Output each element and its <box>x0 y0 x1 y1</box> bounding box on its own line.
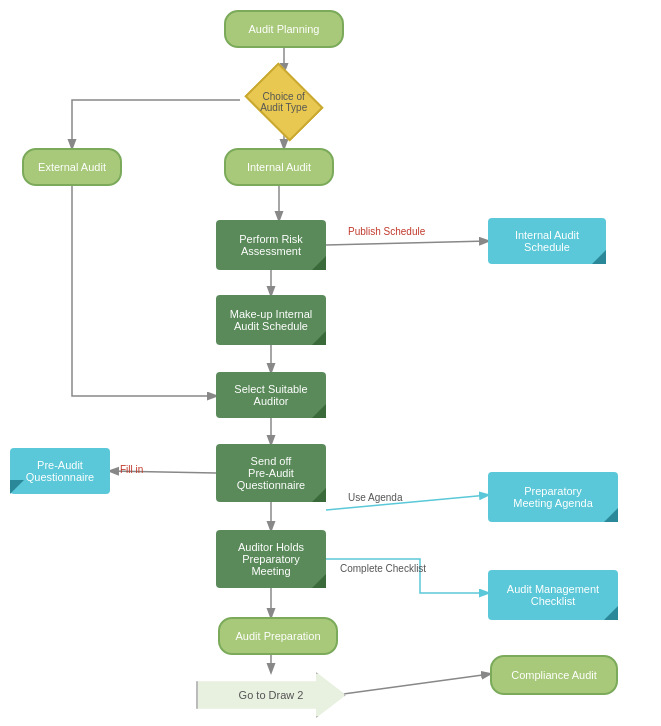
audit-mgmt-checklist-label: Audit ManagementChecklist <box>507 583 599 607</box>
svg-line-9 <box>326 241 488 245</box>
audit-planning-label: Audit Planning <box>249 23 320 35</box>
preparatory-agenda-label: PreparatoryMeeting Agenda <box>513 485 593 509</box>
complete-checklist-label: Complete Checklist <box>340 563 426 574</box>
send-off-label: Send offPre-AuditQuestionnaire <box>237 455 306 491</box>
go-to-draw2-label: Go to Draw 2 <box>196 672 346 718</box>
auditor-holds-label: Auditor HoldsPreparatoryMeeting <box>238 541 304 577</box>
audit-planning-node: Audit Planning <box>224 10 344 48</box>
perform-risk-label: Perform RiskAssessment <box>239 233 303 257</box>
audit-preparation-node: Audit Preparation <box>218 617 338 655</box>
internal-audit-schedule-label: Internal AuditSchedule <box>515 229 579 253</box>
pre-audit-q-node: Pre-AuditQuestionnaire <box>10 448 110 494</box>
internal-audit-label: Internal Audit <box>247 161 311 173</box>
use-agenda-label: Use Agenda <box>348 492 403 503</box>
fill-in-label: Fill in <box>120 464 143 475</box>
publish-schedule-label: Publish Schedule <box>348 226 425 237</box>
send-off-node: Send offPre-AuditQuestionnaire <box>216 444 326 502</box>
internal-audit-node: Internal Audit <box>224 148 334 186</box>
makeup-schedule-node: Make-up InternalAudit Schedule <box>216 295 326 345</box>
makeup-schedule-label: Make-up InternalAudit Schedule <box>230 308 313 332</box>
internal-audit-schedule-node: Internal AuditSchedule <box>488 218 606 264</box>
compliance-audit-node: Compliance Audit <box>490 655 618 695</box>
perform-risk-node: Perform RiskAssessment <box>216 220 326 270</box>
external-audit-label: External Audit <box>38 161 106 173</box>
choice-audit-type-node: Choice ofAudit Type <box>244 62 323 141</box>
audit-preparation-label: Audit Preparation <box>236 630 321 642</box>
go-to-draw2-node: Go to Draw 2 <box>196 672 346 718</box>
select-auditor-label: Select SuitableAuditor <box>234 383 307 407</box>
external-audit-node: External Audit <box>22 148 122 186</box>
compliance-audit-label: Compliance Audit <box>511 669 597 681</box>
select-auditor-node: Select SuitableAuditor <box>216 372 326 418</box>
preparatory-agenda-node: PreparatoryMeeting Agenda <box>488 472 618 522</box>
svg-line-12 <box>336 674 490 695</box>
audit-mgmt-checklist-node: Audit ManagementChecklist <box>488 570 618 620</box>
choice-audit-label: Choice ofAudit Type <box>260 91 307 113</box>
auditor-holds-node: Auditor HoldsPreparatoryMeeting <box>216 530 326 588</box>
pre-audit-q-label: Pre-AuditQuestionnaire <box>26 459 95 483</box>
